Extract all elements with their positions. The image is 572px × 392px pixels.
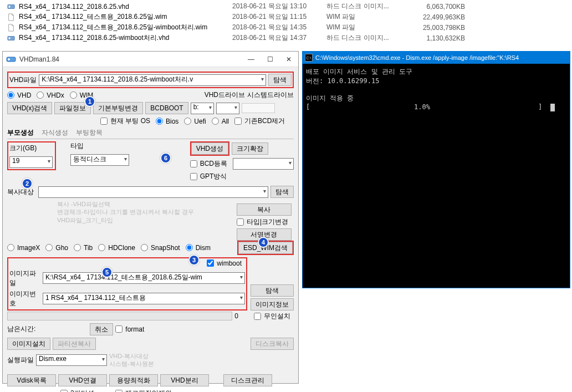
maximize-button[interactable]: ☐ xyxy=(261,52,279,67)
cmd-body[interactable]: 배포 이미지 서비스 및 관리 도구 버전: 10.0.16299.15 이미지… xyxy=(303,64,570,288)
vhdman-window: VHDman1.84 — ☐ ✕ VHD파일 K:\RS4_x64_ 17134… xyxy=(2,51,299,384)
exclude-zerofill-check[interactable]: 제로필작업제외 xyxy=(115,389,172,392)
expand-size-button[interactable]: 크기확장 xyxy=(232,142,268,155)
size-gb-combo[interactable]: 19 xyxy=(9,156,53,168)
hint-vhd-copytarget: VHD-복사대상 xyxy=(109,352,154,360)
copy-target-combo[interactable] xyxy=(38,186,268,198)
titlebar: VHDman1.84 — ☐ ✕ xyxy=(3,52,298,67)
close-button[interactable]: ✕ xyxy=(279,52,298,67)
bcdboot-drive-combo[interactable]: b: xyxy=(191,103,214,114)
radio-hdclone[interactable]: HDClone xyxy=(98,244,135,252)
file-type: 하드 디스크 이미지... xyxy=(326,33,399,43)
bcdboot-button[interactable]: BCDBOOT xyxy=(145,102,188,114)
radio-all[interactable]: All xyxy=(212,118,229,125)
app-icon xyxy=(6,54,16,64)
hint-system-copysource: 시스템-복사원본 xyxy=(109,360,154,368)
two-partition-check[interactable]: 2파티션 xyxy=(60,389,94,392)
run-file-label: 실행파일 xyxy=(7,355,34,365)
vhd-connect-button[interactable]: VHD연결 xyxy=(58,374,107,386)
run-file-combo[interactable]: Dism.exe xyxy=(36,354,107,366)
image-number-label: 이미지번호 xyxy=(9,289,40,308)
type-label: 타입 xyxy=(70,141,129,151)
unattended-check[interactable]: 무인설치 xyxy=(254,312,290,321)
file-row[interactable]: RS4_x64_ 17134.112_2018.6.25-wimboot처리.v… xyxy=(0,33,572,43)
file-name: RS4_x64_ 17134.112_2018.6.25.vhd xyxy=(19,3,232,11)
browse-button[interactable]: 탐색 xyxy=(268,74,292,86)
svg-rect-3 xyxy=(9,37,11,39)
radio-tib[interactable]: Tib xyxy=(74,244,93,252)
disk-manage-button[interactable]: 디스크관리 xyxy=(223,374,272,386)
minimize-button[interactable]: — xyxy=(242,52,261,67)
file-date: 2018-06-21 목요일 11:15 xyxy=(232,12,326,22)
step-badge-3: 3 xyxy=(188,254,200,266)
step-badge-5: 5 xyxy=(101,267,113,278)
base-boot-change-button[interactable]: 기본부팅변경 xyxy=(93,102,143,114)
copy-button[interactable]: 복사 xyxy=(237,203,292,216)
image-info-button[interactable]: 이미지정보 xyxy=(251,298,294,310)
wim-file-icon xyxy=(7,13,16,22)
vdisk-list-button[interactable]: Vdisk목록 xyxy=(7,374,56,386)
current-boot-os-check[interactable]: 현재 부팅 OS xyxy=(100,116,150,126)
step-badge-6: 6 xyxy=(160,152,171,164)
tab-boot-entry[interactable]: 부팅항목 xyxy=(76,128,103,138)
file-type: WIM 파일 xyxy=(326,12,399,22)
browse-copy-button[interactable]: 탐색 xyxy=(270,186,294,198)
vhd-create-button[interactable]: VHD생성 xyxy=(191,142,228,155)
format-check[interactable]: format xyxy=(115,325,144,333)
image-number-combo[interactable]: 1 RS4_x64_ 17134.112_테스트용 xyxy=(43,293,245,304)
progress-value: 0 xyxy=(234,312,238,320)
gpt-mode-check[interactable]: GPT방식 xyxy=(190,172,227,181)
file-row[interactable]: RS4_x64_ 17134.112_2018.6.25.vhd 2018-06… xyxy=(0,1,572,12)
radio-uefi[interactable]: Uefi xyxy=(184,118,206,125)
vhd-file-icon xyxy=(7,34,16,43)
image-file-label: 이미지파일 xyxy=(9,269,40,288)
vhd-file-label: VHD파일 xyxy=(9,75,37,85)
bcd-register-combo[interactable] xyxy=(233,158,294,170)
window-title: VHDman1.84 xyxy=(19,55,242,63)
radio-dism[interactable]: Dism xyxy=(186,244,211,252)
image-install-button[interactable]: 이미지설치 xyxy=(7,338,50,350)
file-date: 2018-06-21 목요일 14:35 xyxy=(232,23,326,32)
tab-parent-gen[interactable]: 부모생성 xyxy=(7,128,34,138)
tab-child-gen[interactable]: 자식생성 xyxy=(42,128,68,138)
type-size-change-check[interactable]: 타입|크기변경 xyxy=(237,217,288,227)
file-date: 2018-06-21 목요일 14:37 xyxy=(232,33,326,43)
radio-gho[interactable]: Gho xyxy=(45,244,68,252)
file-row[interactable]: RS4_x64_ 17134.112_테스트용_2018.6.25일.wim 2… xyxy=(0,12,572,22)
file-row[interactable]: RS4_x64_ 17134.112_테스트용_2018.6.25일-wimbo… xyxy=(0,22,572,33)
bcd-register-check[interactable]: BCD등록 xyxy=(190,159,227,169)
cmd-titlebar: C:\ C:\Windows\system32\cmd.exe - Dism.e… xyxy=(303,52,570,64)
step-badge-1: 1 xyxy=(84,96,95,107)
browse-image-button[interactable]: 탐색 xyxy=(251,284,294,297)
svg-rect-1 xyxy=(9,6,11,8)
file-size: 25,003,798KB xyxy=(399,24,465,32)
disk-copy-button[interactable]: 디스크복사 xyxy=(251,338,294,350)
vhd-search-button[interactable]: VHD(x)검색 xyxy=(7,102,52,114)
radio-bios[interactable]: Bios xyxy=(156,118,178,125)
type-combo[interactable]: 동적디스크 xyxy=(70,154,129,166)
remove-existing-bcd-check[interactable]: 기존BCD제거 xyxy=(234,116,285,126)
cmd-window: C:\ C:\Windows\system32\cmd.exe - Dism.e… xyxy=(302,51,570,288)
file-type: WIM 파일 xyxy=(326,23,399,32)
radio-vhd[interactable]: VHD xyxy=(7,91,31,99)
radio-snapshot[interactable]: SnapShot xyxy=(141,244,180,252)
time-left-label: 남은시간: xyxy=(7,324,35,334)
step-badge-4: 4 xyxy=(258,237,269,248)
image-file-combo[interactable]: K:\RS4_x64_ 17134.112_테스트용_2018.6.25일-wi… xyxy=(43,272,245,284)
file-list: RS4_x64_ 17134.112_2018.6.25.vhd 2018-06… xyxy=(0,0,572,44)
vhd-file-combo[interactable]: K:\RS4_x64_ 17134.112_2018.6.25-wimboot처… xyxy=(39,74,266,86)
file-size: 1,130,632KB xyxy=(399,34,465,42)
radio-imagex[interactable]: ImageX xyxy=(7,244,40,252)
cancel-button[interactable]: 취소 xyxy=(90,323,113,335)
progress-bar xyxy=(7,312,232,320)
bcdboot-drive2-combo[interactable] xyxy=(216,103,239,114)
wimboot-check[interactable]: wimboot xyxy=(207,259,242,267)
radio-vhdx[interactable]: VHDx xyxy=(37,91,64,99)
partition-copy-button[interactable]: 파티션복사 xyxy=(53,338,96,350)
drive-slider[interactable] xyxy=(242,103,275,113)
file-type: 하드 디스크 이미지... xyxy=(326,2,399,11)
optimize-capacity-button[interactable]: 용량최적화 xyxy=(109,374,158,386)
svg-point-5 xyxy=(8,58,10,60)
vhd-split-button[interactable]: VHD분리 xyxy=(160,374,209,386)
wim-file-icon xyxy=(7,23,16,32)
